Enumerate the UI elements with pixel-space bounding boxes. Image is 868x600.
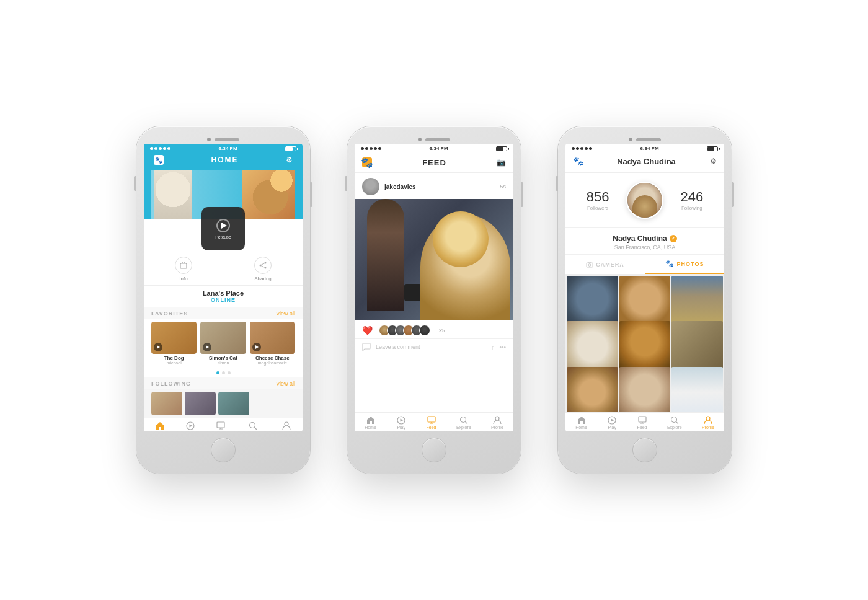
home-button-2[interactable]: [422, 438, 446, 462]
comment-placeholder[interactable]: Leave a comment: [376, 344, 486, 350]
post-image[interactable]: [355, 199, 513, 320]
gear-icon-home[interactable]: ⚙: [286, 156, 293, 164]
info-button[interactable]: Info: [175, 257, 192, 281]
nav-feed-label-active: Feed: [427, 425, 436, 430]
camera-icon-feed[interactable]: 📷: [497, 158, 506, 167]
status-bar-profile: 6:34 PM: [565, 144, 724, 153]
photo-cell-3[interactable]: [671, 276, 723, 327]
profile-icon-active: [703, 416, 713, 425]
camera-dot-1: [207, 138, 211, 141]
svg-point-13: [495, 417, 499, 420]
petcube-overlay[interactable]: Petcube: [202, 207, 245, 250]
home-button-3[interactable]: [632, 438, 657, 462]
device-name: Lana's Place: [144, 289, 303, 297]
followers-label: Followers: [587, 205, 608, 211]
speaker-bar-2: [425, 138, 450, 141]
status-bar-home: 6:34 PM: [144, 144, 303, 153]
feed-icon-profile: [637, 416, 647, 425]
speaker-bar-1: [215, 138, 239, 141]
home-icon-feed: [366, 416, 376, 425]
more-icon[interactable]: •••: [499, 344, 506, 351]
photo-cell-2[interactable]: [619, 276, 671, 327]
nav-play-profile[interactable]: Play: [607, 416, 617, 430]
following-view-all[interactable]: View all: [276, 381, 295, 387]
svg-rect-17: [639, 417, 646, 422]
post-time: 5s: [500, 183, 506, 190]
post-user-row: jakedavies 5s: [355, 173, 513, 199]
bottom-nav-home: Home Play Feed: [144, 418, 303, 431]
fav-item-cat[interactable]: Simon's Cat simon: [200, 322, 246, 365]
phone-profile: 6:34 PM 🐾 Nadya Chudina ⚙ 856 Followers: [558, 126, 732, 474]
paw-logo-profile[interactable]: 🐾: [573, 156, 583, 166]
paw-logo-feed[interactable]: 🐾: [362, 157, 372, 167]
photos-tab[interactable]: 🐾 PHOTOS: [645, 255, 724, 274]
photo-cell-7[interactable]: [567, 367, 618, 412]
nav-home-label-profile: Home: [575, 425, 587, 430]
gear-icon-profile[interactable]: ⚙: [710, 157, 717, 165]
following-thumb-1[interactable]: [151, 392, 182, 415]
svg-line-4: [261, 263, 264, 265]
following-count: 246: [681, 190, 704, 204]
share-icon: [259, 262, 267, 269]
phone-top-bar-1: [144, 134, 303, 144]
photo-cell-8[interactable]: [619, 367, 671, 412]
profile-avatar[interactable]: [626, 182, 663, 219]
heart-icon[interactable]: ❤️: [362, 325, 373, 335]
profile-info: Nadya Chudina ✓ San Francisco, CA, USA: [565, 228, 724, 255]
nav-play-label: Play: [186, 431, 195, 431]
nav-explore[interactable]: Explore: [246, 421, 260, 431]
phone-bottom-bar-2: [355, 431, 513, 466]
nav-play[interactable]: Play: [185, 421, 195, 431]
nav-profile[interactable]: Profile: [280, 421, 293, 431]
screen-home-content: 🐾 HOME ⚙: [144, 144, 303, 431]
camera-dot-2: [418, 138, 422, 141]
camera-tab[interactable]: CAMERA: [565, 255, 645, 274]
nav-feed[interactable]: Feed: [216, 421, 226, 431]
photo-cell-6[interactable]: [671, 321, 723, 373]
phone-screen-feed: 6:34 PM 🐾 FEED 📷 jakedavies 5s: [355, 144, 513, 431]
post-username: jakedavies: [384, 183, 495, 190]
profile-display-name: Nadya Chudina ✓: [573, 234, 717, 243]
nav-feed-active[interactable]: Feed: [427, 416, 436, 430]
phone-bottom-bar-3: [565, 431, 724, 466]
paw-logo-home[interactable]: 🐾: [154, 155, 164, 165]
favorites-view-all[interactable]: View all: [276, 311, 295, 317]
photo-cell-1[interactable]: [567, 276, 618, 327]
petcube-play-icon[interactable]: [216, 219, 230, 232]
following-header: FOLLOWING View all: [144, 377, 303, 389]
profile-avatar-dog: [632, 195, 657, 219]
cat-hero-img: [154, 170, 192, 219]
nav-home[interactable]: Home: [154, 421, 166, 431]
post-actions-bar: ❤️ 25: [355, 320, 513, 338]
nav-play-feed[interactable]: Play: [396, 416, 406, 430]
photo-cell-9[interactable]: [671, 367, 723, 412]
photo-cell-5[interactable]: [619, 321, 671, 373]
profile-icon-feed: [492, 416, 502, 425]
profile-nav-icon: [281, 421, 291, 430]
following-thumb-3[interactable]: [218, 392, 249, 415]
fav-item-dog[interactable]: The Dog michael: [151, 322, 197, 365]
photos-tab-label: PHOTOS: [677, 261, 704, 267]
share-icon-bar[interactable]: ↑: [491, 343, 495, 351]
nav-home-feed[interactable]: Home: [365, 416, 376, 430]
nav-feed-label-profile: Feed: [637, 425, 647, 430]
svg-point-3: [260, 265, 262, 267]
nav-home-profile[interactable]: Home: [575, 416, 587, 430]
nav-feed-profile[interactable]: Feed: [637, 416, 647, 430]
svg-line-5: [261, 266, 264, 267]
photo-cell-4[interactable]: [567, 321, 618, 373]
home-button-1[interactable]: [211, 438, 236, 462]
profile-stats: 856 Followers 246 Following: [565, 173, 724, 228]
fav-item-pug[interactable]: Cheese Chase megoliviamarie: [250, 322, 295, 365]
sharing-button[interactable]: Sharing: [254, 257, 272, 281]
following-title: FOLLOWING: [151, 381, 191, 387]
following-thumb-2[interactable]: [185, 392, 216, 415]
nav-explore-feed[interactable]: Explore: [456, 416, 471, 430]
photo-grid: [565, 275, 724, 412]
nav-profile-feed[interactable]: Profile: [491, 416, 503, 430]
battery-profile: [707, 146, 718, 151]
post-user-avatar[interactable]: [362, 178, 379, 195]
followers-count: 856: [587, 190, 609, 204]
nav-explore-profile[interactable]: Explore: [667, 416, 682, 430]
nav-profile-active[interactable]: Profile: [702, 416, 714, 430]
